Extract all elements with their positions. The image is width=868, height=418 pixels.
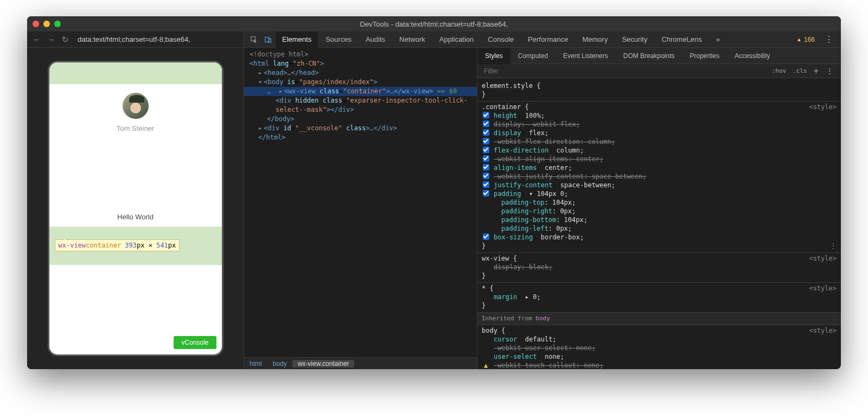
titlebar: DevTools - data:text/html;charset=utf-8;… [27, 16, 841, 31]
tab-memory[interactable]: Memory [576, 31, 614, 48]
tab-network[interactable]: Network [393, 31, 432, 48]
crumb-html[interactable]: html [244, 360, 267, 368]
main-tabs: Elements Sources Audits Network Applicat… [244, 31, 841, 48]
selected-node[interactable]: … <wx-view class="container">…</wx-view>… [244, 87, 477, 96]
cls-button[interactable]: .cls [789, 66, 810, 75]
stab-computed[interactable]: Computed [510, 48, 556, 64]
forward-icon[interactable]: → [47, 35, 55, 44]
device-toggle-icon[interactable] [264, 35, 272, 44]
crumb-wxview[interactable]: wx-view.container [292, 360, 355, 368]
tab-application[interactable]: Application [433, 31, 481, 48]
breadcrumb: html body wx-view.container [244, 357, 477, 369]
tab-audits[interactable]: Audits [359, 31, 392, 48]
nav-bar: ← → ↻ data:text/html;charset=utf-8;base6… [27, 31, 244, 48]
stab-event-listeners[interactable]: Event Listeners [556, 48, 616, 64]
window-title: DevTools - data:text/html;charset=utf-8;… [27, 20, 841, 28]
tabs-overflow[interactable]: » [710, 31, 726, 48]
stab-styles[interactable]: Styles [477, 48, 510, 64]
styles-tabs: Styles Computed Event Listeners DOM Brea… [477, 48, 841, 64]
stab-dom-breakpoints[interactable]: DOM Breakpoints [616, 48, 682, 64]
tab-elements[interactable]: Elements [276, 31, 318, 48]
device-preview: Tom Steiner Hello World wx-viewcontainer… [48, 61, 224, 356]
reload-icon[interactable]: ↻ [62, 35, 69, 45]
username-label: Tom Steiner [117, 124, 154, 132]
svg-rect-2 [269, 39, 271, 42]
tab-security[interactable]: Security [615, 31, 654, 48]
hov-button[interactable]: :hov [769, 66, 790, 75]
hello-label: Hello World [49, 207, 222, 227]
back-icon[interactable]: ← [33, 35, 41, 44]
vconsole-button[interactable]: vConsole [174, 336, 216, 349]
dom-tree[interactable]: <!doctype html> <html lang="zh-CN"> <hea… [244, 48, 477, 357]
tab-chromelens[interactable]: ChromeLens [655, 31, 708, 48]
crumb-body[interactable]: body [267, 360, 292, 368]
filter-input[interactable] [481, 66, 769, 76]
url-text: data:text/html;charset=utf-8;base64, [78, 35, 190, 43]
element-tooltip: wx-viewcontainer 393px × 541px [55, 239, 180, 251]
stab-accessibility[interactable]: Accessibility [727, 48, 777, 64]
inspect-icon[interactable] [250, 35, 258, 44]
kebab-icon[interactable]: ⋮ [820, 34, 838, 45]
styles-menu-icon[interactable]: ⋮ [822, 67, 838, 75]
add-rule-icon[interactable]: + [810, 66, 822, 76]
tab-performance[interactable]: Performance [521, 31, 575, 48]
tab-console[interactable]: Console [481, 31, 520, 48]
styles-rules[interactable]: element.style { } .container {<style> he… [477, 78, 841, 369]
warning-count[interactable]: 166 [796, 36, 815, 43]
avatar [123, 93, 149, 119]
stab-properties[interactable]: Properties [682, 48, 727, 64]
tab-sources[interactable]: Sources [319, 31, 358, 48]
